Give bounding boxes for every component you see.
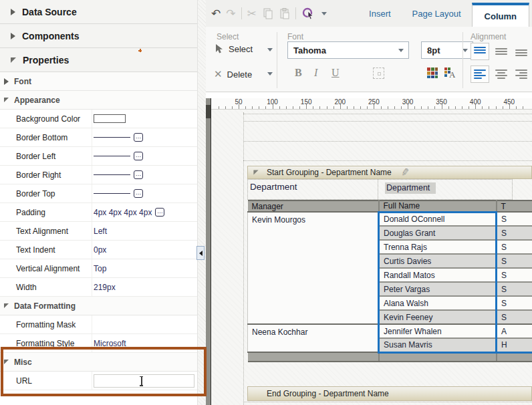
edit-pencil-icon[interactable]: ✎: [400, 166, 410, 179]
ellipsis-button[interactable]: …: [134, 133, 143, 142]
align-vtop-button[interactable]: [471, 43, 489, 60]
property-text-value[interactable]: Microsoft: [94, 339, 126, 348]
title-cell[interactable]: S: [497, 268, 532, 282]
full-name-cell[interactable]: Curtis Davies: [379, 254, 497, 268]
property-text-value[interactable]: Top: [94, 264, 106, 273]
full-name-cell[interactable]: Randall Matos: [379, 268, 497, 282]
url-input[interactable]: [94, 374, 194, 388]
font-family-dropdown[interactable]: Tahoma: [287, 41, 409, 59]
bold-button[interactable]: B: [295, 67, 302, 79]
full-name-cell[interactable]: Alana Walsh: [379, 296, 497, 310]
ellipsis-button[interactable]: …: [134, 189, 143, 198]
ruler-tick: [286, 106, 287, 109]
manager-cell[interactable]: Kevin Mourgos: [248, 212, 379, 324]
manager-cell[interactable]: Neena Kochhar: [248, 324, 379, 352]
property-group-font[interactable]: Font: [0, 72, 197, 91]
title-cell[interactable]: S: [497, 226, 532, 240]
property-label: Border Bottom: [16, 133, 68, 142]
chevron-down-icon[interactable]: [267, 48, 273, 51]
chevron-down-icon[interactable]: [321, 12, 327, 15]
copy-icon[interactable]: [262, 8, 273, 19]
ellipsis-button[interactable]: …: [134, 152, 143, 160]
vertical-ruler-bar: [206, 98, 211, 405]
accordion-properties[interactable]: Properties: [0, 48, 197, 72]
redo-icon[interactable]: ↷: [226, 8, 235, 19]
department-static-label[interactable]: Department: [248, 180, 378, 199]
align-hcenter-button[interactable]: [492, 65, 511, 83]
property-group-data-formatting[interactable]: Data Formatting: [0, 297, 197, 315]
layout-editor-window: Data Source Components Properties FontAp…: [0, 0, 532, 405]
title-cell[interactable]: S: [497, 254, 532, 268]
full-name-cell[interactable]: Donald OConnell: [379, 212, 497, 226]
align-vmid-button[interactable]: [492, 43, 511, 60]
start-grouping-bar[interactable]: Start Grouping - Department Name ✎: [247, 166, 532, 179]
border-line-preview: [94, 174, 130, 175]
underline-button[interactable]: U: [331, 67, 340, 79]
full-name-cell[interactable]: Susan Mavris: [379, 338, 497, 352]
font-size-dropdown[interactable]: 8pt: [421, 41, 473, 59]
full-name-cell[interactable]: Peter Vargas: [379, 282, 497, 296]
select-button[interactable]: Select: [215, 44, 253, 54]
borders-button[interactable]: [373, 68, 384, 79]
splitter-collapse-button[interactable]: [196, 246, 205, 260]
property-group-misc[interactable]: Misc: [0, 353, 197, 372]
title-cell[interactable]: S: [497, 282, 532, 296]
paste-icon[interactable]: [279, 8, 290, 19]
color-swatch[interactable]: [94, 114, 126, 123]
footer-cell[interactable]: [379, 352, 497, 362]
department-field-value[interactable]: Department: [385, 182, 436, 194]
tab-page-layout[interactable]: Page Layout: [402, 9, 472, 19]
property-text-value[interactable]: 0px: [94, 245, 106, 255]
ruler-tick: [319, 106, 320, 109]
accordion-data-source[interactable]: Data Source: [0, 0, 197, 24]
title-cell[interactable]: A: [497, 324, 532, 338]
ellipsis-button[interactable]: …: [134, 170, 143, 179]
italic-button[interactable]: I: [314, 67, 317, 79]
title-cell[interactable]: S: [497, 310, 532, 324]
column-header-t[interactable]: T: [497, 200, 532, 212]
expanded-arrow-icon: [4, 98, 9, 102]
align-hright-button[interactable]: [512, 65, 531, 83]
tab-column[interactable]: Column: [472, 3, 529, 27]
align-hleft-button[interactable]: [471, 65, 489, 83]
property-value: 4px 4px 4px 4px…: [92, 203, 194, 221]
department-field-cell[interactable]: Department: [378, 180, 512, 199]
cut-icon[interactable]: ✂: [247, 8, 257, 19]
align-vbot-button[interactable]: [512, 43, 531, 60]
column-header-manager[interactable]: Manager: [248, 200, 379, 212]
ellipsis-button[interactable]: …: [155, 208, 164, 217]
tab-insert[interactable]: Insert: [358, 9, 402, 19]
panel-splitter[interactable]: [198, 0, 206, 405]
delete-button[interactable]: ✕ Delete: [214, 68, 252, 80]
ruler-tick: [523, 106, 523, 109]
ruler-tick-label: 250: [368, 98, 380, 106]
accordion-components[interactable]: Components: [0, 24, 197, 48]
property-group-appearance[interactable]: Appearance: [0, 91, 197, 110]
footer-cell[interactable]: [248, 352, 379, 362]
ruler-tick: [414, 106, 415, 109]
ruler-tick: [299, 106, 300, 109]
ruler-tick: [516, 106, 517, 109]
full-name-cell[interactable]: Trenna Rajs: [379, 240, 497, 254]
title-cell[interactable]: S: [497, 296, 532, 310]
title-cell[interactable]: H: [497, 338, 532, 352]
design-canvas[interactable]: Start Grouping - Department Name ✎ Depar…: [211, 110, 532, 405]
chevron-down-icon[interactable]: [267, 72, 273, 76]
property-text-value[interactable]: Left: [94, 227, 107, 236]
title-cell[interactable]: S: [497, 240, 532, 254]
font-color-icon[interactable]: A: [444, 67, 457, 79]
property-text-value[interactable]: 219px: [94, 283, 116, 292]
full-name-cell[interactable]: Kevin Feeney: [379, 310, 497, 324]
end-grouping-bar[interactable]: End Grouping - Department Name: [247, 386, 532, 401]
full-name-cell[interactable]: Jennifer Whalen: [379, 324, 497, 338]
column-header-full-name[interactable]: Full Name: [379, 200, 497, 212]
background-color-icon[interactable]: [426, 67, 438, 79]
group-header-row[interactable]: Department Department: [247, 179, 513, 200]
table-header-row: ManagerFull NameT: [248, 200, 532, 212]
action-menu-icon[interactable]: [301, 7, 316, 20]
undo-icon[interactable]: ↶: [211, 8, 221, 19]
full-name-cell[interactable]: Douglas Grant: [379, 226, 497, 240]
title-cell[interactable]: S: [497, 212, 532, 226]
footer-cell[interactable]: [497, 352, 532, 362]
property-text-value[interactable]: 4px 4px 4px 4px: [94, 208, 152, 217]
